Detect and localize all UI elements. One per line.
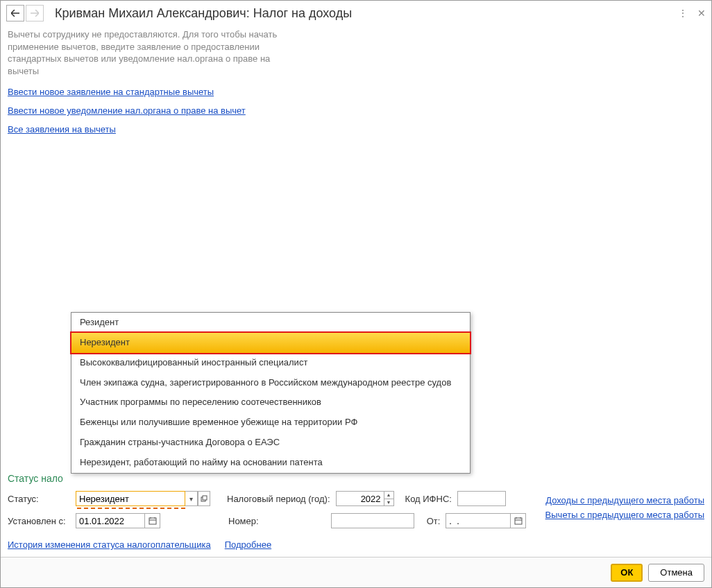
link-history[interactable]: История изменения статуса налогоплательщ… bbox=[8, 539, 211, 550]
calendar-icon[interactable] bbox=[145, 513, 160, 528]
status-input[interactable] bbox=[76, 491, 185, 506]
tax-period-input[interactable] bbox=[336, 491, 384, 506]
dd-item[interactable]: Беженцы или получившие временное убежище… bbox=[71, 413, 470, 433]
status-open-button[interactable] bbox=[198, 491, 210, 506]
link-more[interactable]: Подробнее bbox=[225, 539, 271, 550]
number-input[interactable] bbox=[331, 513, 414, 528]
close-icon[interactable]: ✕ bbox=[697, 8, 706, 19]
link-all-applications[interactable]: Все заявления на вычеты bbox=[8, 124, 116, 135]
spinner-down-icon[interactable]: ▼ bbox=[384, 499, 393, 506]
dd-item[interactable]: Резидент bbox=[71, 313, 470, 333]
more-icon[interactable]: ⋮ bbox=[678, 8, 688, 19]
tax-period-spinner[interactable]: ▲ ▼ bbox=[384, 491, 394, 506]
page-title: Кривман Михаил Александрович: Налог на д… bbox=[55, 6, 678, 21]
spinner-up-icon[interactable]: ▲ bbox=[384, 492, 393, 499]
status-dropdown-list[interactable]: Резидент Нерезидент Высококвалифицирован… bbox=[71, 312, 471, 474]
ok-button[interactable]: ОК bbox=[611, 564, 643, 582]
link-new-notice[interactable]: Ввести новое уведомление нал.органа о пр… bbox=[8, 105, 246, 116]
label-tax-period: Налоговый период (год): bbox=[227, 494, 330, 504]
svg-rect-6 bbox=[515, 518, 522, 524]
dd-item[interactable]: Гражданин страны-участника Договора о ЕА… bbox=[71, 433, 470, 453]
info-text: Вычеты сотруднику не предоставляются. Дл… bbox=[8, 28, 285, 77]
dd-item[interactable]: Член экипажа судна, зарегистрированного … bbox=[71, 373, 470, 393]
section-title: Статус нало bbox=[8, 473, 704, 484]
nav-forward-button bbox=[26, 5, 44, 21]
label-status: Статус: bbox=[8, 494, 70, 504]
nav-back-button[interactable] bbox=[6, 5, 24, 21]
label-set-from: Установлен с: bbox=[8, 516, 70, 526]
link-income-prev[interactable]: Доходы с предыдущего места работы bbox=[545, 495, 704, 505]
dd-item[interactable]: Участник программы по переселению соотеч… bbox=[71, 392, 470, 413]
dd-item-selected[interactable]: Нерезидент bbox=[70, 331, 471, 354]
label-from: От: bbox=[427, 516, 441, 526]
dd-item[interactable]: Нерезидент, работающий по найму на основ… bbox=[71, 453, 470, 473]
svg-rect-1 bbox=[203, 496, 207, 500]
link-new-standard[interactable]: Ввести новое заявление на стандартные вы… bbox=[8, 87, 214, 97]
svg-rect-2 bbox=[149, 518, 156, 524]
link-deductions-prev[interactable]: Вычеты с предыдущего места работы bbox=[545, 510, 704, 520]
label-number: Номер: bbox=[228, 516, 259, 526]
label-ifns: Код ИФНС: bbox=[405, 494, 452, 504]
calendar-icon[interactable] bbox=[511, 513, 526, 528]
dash-underline bbox=[77, 508, 185, 509]
ifns-input[interactable] bbox=[457, 491, 506, 506]
status-dropdown-toggle[interactable]: ▾ bbox=[185, 491, 198, 506]
dd-item[interactable]: Высококвалифицированный иностранный спец… bbox=[71, 353, 470, 373]
from-date-input[interactable] bbox=[446, 513, 511, 528]
cancel-button[interactable]: Отмена bbox=[648, 564, 704, 582]
set-from-input[interactable] bbox=[76, 513, 145, 528]
